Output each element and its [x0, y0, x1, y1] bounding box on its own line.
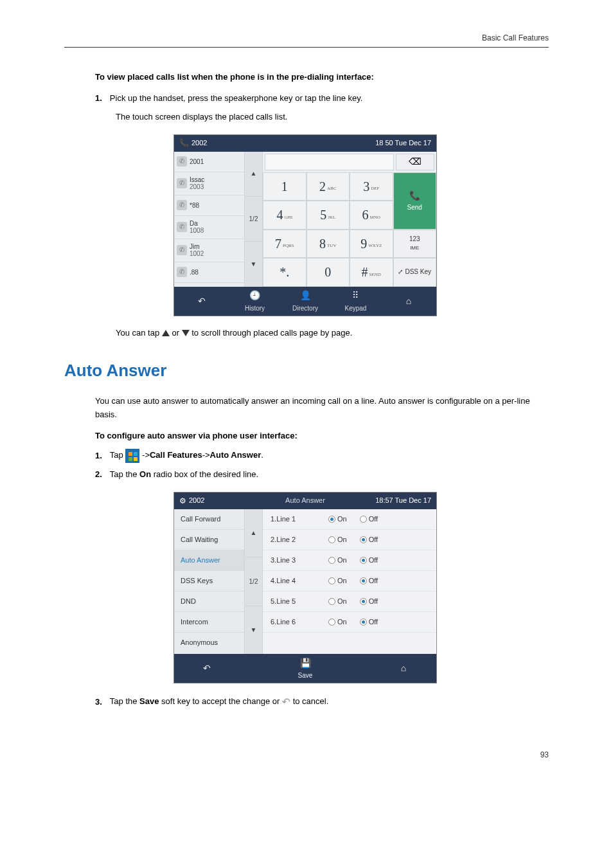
call-line: 1008 [190, 227, 204, 234]
dialer-statusbar: 📞 2002 18 50 Tue Dec 17 [174, 135, 436, 152]
phone-icon: 📞 [179, 137, 189, 149]
on-radio[interactable]: On [328, 596, 347, 608]
step1-text: Pick up the handset, press the speakerph… [110, 92, 363, 105]
ime-sublabel: IME [410, 244, 419, 253]
key-4[interactable]: 4GHI [263, 201, 306, 230]
call-line: Jim [190, 243, 204, 250]
home-icon: ⌂ [406, 294, 411, 308]
history-tab[interactable]: 🕘 History [229, 287, 280, 316]
page-down-button[interactable]: ▼ [245, 242, 262, 286]
off-radio[interactable]: Off [360, 514, 378, 525]
key-5[interactable]: 5JKL [306, 201, 350, 230]
page-header: Basic Call Features [64, 32, 549, 48]
apps-icon [125, 449, 139, 463]
header-right: Basic Call Features [482, 33, 549, 42]
step-number: 1. [95, 92, 102, 105]
section2-intro: You can use auto answer to automatically… [95, 395, 549, 422]
menu-item-dss-keys[interactable]: DSS Keys [174, 571, 244, 592]
keypad-icon: ⠿ [352, 288, 359, 302]
page-up-button[interactable]: ▲ [245, 152, 262, 197]
menu-item-call-waiting[interactable]: Call Waiting [174, 530, 244, 550]
directory-tab[interactable]: 👤 Directory [280, 287, 330, 316]
send-label: Send [407, 203, 422, 213]
line-row: 5.Line 5 On Off [263, 592, 436, 612]
call-line: Issac [190, 176, 204, 183]
key-star[interactable]: *. [263, 258, 306, 287]
page-up-button[interactable]: ▲ [245, 509, 262, 557]
key-2[interactable]: 2ABC [306, 172, 350, 201]
pager: ▲ 1/2 ▼ [245, 509, 263, 654]
call-icon: ✆ [177, 156, 187, 167]
home-button[interactable]: ⌂ [371, 654, 436, 683]
dss-label: DSS Key [405, 267, 431, 277]
auto-answer-screenshot: ⚙ 2002 Auto Answer 18:57 Tue Dec 17 Call… [173, 492, 437, 683]
call-icon: ✆ [177, 245, 187, 255]
backspace-button[interactable]: ⌫ [396, 154, 434, 170]
list-item[interactable]: ✆ Issac 2003 [174, 172, 244, 195]
list-item[interactable]: ✆ Jim 1002 [174, 239, 244, 262]
backspace-icon: ⌫ [409, 154, 422, 168]
menu-item-auto-answer[interactable]: Auto Answer [174, 550, 244, 571]
on-radio[interactable]: On [328, 575, 347, 587]
call-line: Da [190, 220, 204, 227]
list-item[interactable]: ✆ .88 [174, 262, 244, 283]
off-radio[interactable]: Off [360, 596, 378, 608]
step2-text: Tap the On radio box of the desired line… [110, 468, 258, 482]
call-icon: 📞 [409, 188, 420, 203]
back-button[interactable]: ↶ [174, 654, 240, 683]
key-9[interactable]: 9WXYZ [350, 230, 393, 258]
page-number: 93 [64, 749, 549, 761]
line-row: 6.Line 6 On Off [263, 612, 436, 633]
menu-item-anonymous[interactable]: Anonymous [174, 633, 244, 653]
directory-icon: 👤 [300, 288, 311, 302]
ime-button[interactable]: 123 IME [393, 230, 437, 258]
menu-item-dnd[interactable]: DND [174, 592, 244, 612]
on-radio[interactable]: On [328, 555, 347, 566]
dss-key-button[interactable]: ⤢ DSS Key [393, 258, 437, 287]
step-number: 1. [95, 449, 102, 463]
save-button[interactable]: 💾 Save [240, 654, 371, 683]
off-radio[interactable]: Off [360, 575, 378, 587]
line-row: 4.Line 4 On Off [263, 571, 436, 592]
key-8[interactable]: 8TUV [306, 230, 350, 258]
call-icon: ✆ [177, 200, 187, 210]
key-0[interactable]: 0 [306, 258, 350, 287]
off-radio[interactable]: Off [360, 555, 378, 566]
key-6[interactable]: 6MNO [350, 201, 393, 230]
line-label: 1.Line 1 [271, 514, 315, 525]
number-input[interactable] [265, 154, 394, 170]
list-item[interactable]: ✆ 2001 [174, 152, 244, 172]
list-item[interactable]: ✆ Da 1008 [174, 216, 244, 239]
send-button[interactable]: 📞 Send [393, 172, 437, 230]
call-line: 1002 [190, 250, 204, 257]
keypad-tab[interactable]: ⠿ Keypad [330, 287, 380, 316]
on-radio[interactable]: On [328, 514, 347, 525]
back-button[interactable]: ↶ [174, 287, 229, 316]
off-radio[interactable]: Off [360, 534, 378, 546]
key-1[interactable]: 1 [263, 172, 306, 201]
back-icon: ↶ [198, 294, 206, 308]
list-item[interactable]: ✆ *88 [174, 195, 244, 216]
key-pound[interactable]: #SEND [350, 258, 393, 287]
home-button[interactable]: ⌂ [381, 287, 436, 316]
menu-item-call-forward[interactable]: Call Forward [174, 509, 244, 530]
step-number: 3. [95, 696, 102, 709]
section-title: Auto Answer [64, 357, 549, 384]
off-radio[interactable]: Off [360, 617, 378, 628]
page-down-button[interactable]: ▼ [245, 606, 262, 654]
call-line: 2001 [190, 158, 204, 165]
on-radio[interactable]: On [328, 534, 347, 546]
key-3[interactable]: 3DEF [350, 172, 393, 201]
gear-icon: ⚙ [179, 495, 186, 507]
statusbar-time: 18 50 Tue Dec 17 [375, 138, 431, 149]
after-shot1-note: You can tap or to scroll through placed … [116, 327, 549, 340]
up-arrow-icon [162, 330, 170, 336]
back-icon: ↶ [203, 661, 211, 675]
call-icon: ✆ [177, 222, 187, 232]
menu-item-intercom[interactable]: Intercom [174, 612, 244, 633]
on-radio[interactable]: On [328, 617, 347, 628]
line-label: 6.Line 6 [271, 617, 315, 628]
key-7[interactable]: 7PQRS [263, 230, 306, 258]
line-row: 3.Line 3 On Off [263, 550, 436, 571]
call-icon: ✆ [177, 178, 187, 188]
